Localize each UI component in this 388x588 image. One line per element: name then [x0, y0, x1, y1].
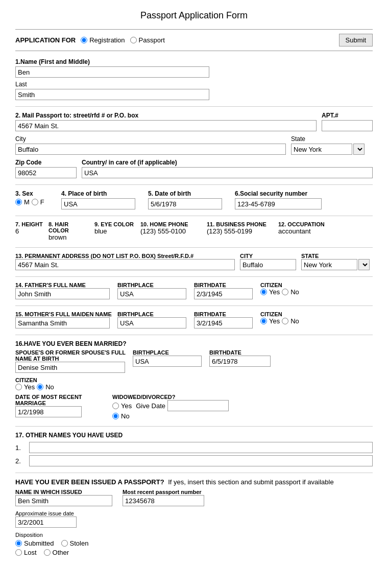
other-names-title: 17. OTHER NAMES YOU HAVE USED	[15, 432, 373, 439]
state-select[interactable]: ▼	[353, 144, 365, 155]
registration-radio[interactable]	[81, 37, 87, 43]
mother-name-input[interactable]	[15, 317, 110, 328]
issued-name-num-row: NAME IN WHICH ISSUED Most recent passpor…	[15, 489, 373, 506]
registration-radio-group: Registration	[81, 36, 125, 44]
state-label: State	[291, 135, 373, 143]
father-citizen-label: CITIZEN	[260, 282, 373, 288]
street-input[interactable]	[15, 120, 317, 131]
city-input[interactable]	[15, 144, 286, 155]
disposition-lost-label: Lost	[24, 549, 37, 556]
father-birthdate-col: BIRTHDATE	[194, 282, 255, 299]
father-citizen-yes-radio[interactable]	[260, 289, 267, 295]
widowed-label: WIDOWED/DIVORCED?	[112, 394, 373, 400]
divider-4	[15, 247, 373, 248]
submit-button[interactable]: Submit	[339, 34, 373, 46]
mother-birthplace-col: BIRTHPLACE	[117, 311, 189, 328]
eye-value: blue	[94, 227, 135, 235]
perm-city-input[interactable]	[240, 259, 296, 270]
disposition-stolen-radio[interactable]	[61, 540, 68, 547]
ssn-input[interactable]	[235, 198, 322, 209]
father-name-input[interactable]	[15, 288, 110, 299]
mother-birthdate-input[interactable]	[194, 317, 253, 328]
disposition-submitted-radio[interactable]	[15, 540, 22, 547]
perm-city-col: CITY	[240, 253, 296, 270]
issue-date-input[interactable]	[15, 516, 77, 528]
disposition-other-radio[interactable]	[44, 549, 51, 556]
disposition-lost-group: Lost Other	[15, 549, 373, 556]
application-for-group: APPLICATION FOR Registration Passport	[15, 36, 165, 44]
zip-input[interactable]	[15, 167, 77, 178]
sex-f-radio[interactable]	[32, 199, 38, 205]
state-input[interactable]	[291, 144, 352, 155]
state-select-wrapper: ▼	[291, 144, 373, 155]
spouse-name-input[interactable]	[15, 362, 125, 373]
divider-6	[15, 305, 373, 306]
mother-birthplace-label: BIRTHPLACE	[117, 311, 189, 317]
father-citizen-no-radio[interactable]	[282, 289, 288, 295]
other-name-2-num: 2.	[15, 457, 21, 465]
mother-birthplace-input[interactable]	[117, 317, 186, 328]
mother-citizen-no-radio[interactable]	[282, 318, 288, 324]
issue-date-section: Approximate issue date	[15, 510, 373, 528]
mother-birthdate-col: BIRTHDATE	[194, 311, 255, 328]
issued-name-col: NAME IN WHICH ISSUED	[15, 489, 117, 506]
other-name-1-input[interactable]	[29, 442, 373, 453]
last-name-input[interactable]	[15, 89, 209, 100]
apt-input[interactable]	[322, 120, 373, 131]
mother-no-label: No	[290, 317, 299, 325]
occupation-value: accountant	[278, 227, 373, 235]
widowed-no-radio[interactable]	[112, 413, 119, 419]
biz-phone-col: 11. BUSINESS PHONE (123) 555-0199	[207, 221, 273, 235]
widowed-no-group: No	[112, 412, 373, 420]
passport-num-input[interactable]	[123, 495, 204, 506]
widowed-yes-label: Yes	[121, 402, 132, 410]
spouse-name-label: SPOUSE'S OR FORMER SPOUSE'S FULL NAME AT…	[15, 349, 128, 362]
father-citizen-radio: Yes No	[260, 288, 373, 296]
section-14: 14. FATHER'S FULL NAME BIRTHPLACE BIRTHD…	[15, 282, 373, 299]
perm-state-col: STATE ▼	[301, 253, 373, 270]
spouse-birthdate-col: BIRTHDATE	[209, 349, 373, 367]
sex-col: 3. Sex M F	[15, 190, 56, 206]
disposition-lost-radio[interactable]	[15, 549, 22, 556]
father-row: 14. FATHER'S FULL NAME BIRTHPLACE BIRTHD…	[15, 282, 373, 299]
country-input[interactable]	[82, 167, 373, 178]
first-name-input[interactable]	[15, 66, 209, 78]
marriage-date-input[interactable]	[15, 406, 82, 417]
perm-state-select[interactable]: ▼	[358, 259, 370, 270]
perm-state-select-wrapper: ▼	[301, 259, 373, 270]
father-birthplace-input[interactable]	[117, 288, 186, 299]
place-input[interactable]	[61, 198, 135, 209]
father-birthdate-input[interactable]	[194, 288, 253, 299]
sex-dob-row: 3. Sex M F 4. Place of birth 5. Date of …	[15, 190, 373, 209]
mother-citizen-yes-radio[interactable]	[260, 318, 267, 324]
street-label: 2. Mail Passport to: street/rfd # or P.O…	[15, 112, 317, 119]
divider-2	[15, 184, 373, 185]
citizen-no-label: No	[45, 383, 54, 391]
married-title: 16.HAVE YOU EVER BEEN MARRIED?	[15, 340, 373, 347]
citizen-yes-radio[interactable]	[15, 384, 22, 390]
dob-input[interactable]	[148, 198, 222, 209]
sex-radio-group: M F	[15, 198, 56, 206]
apt-label: APT.#	[322, 112, 373, 119]
widowed-yes-radio[interactable]	[112, 403, 119, 409]
mother-birthdate-label: BIRTHDATE	[194, 311, 255, 317]
perm-city-label: CITY	[240, 253, 296, 259]
citizen-no-radio[interactable]	[37, 384, 43, 390]
other-name-2-input[interactable]	[29, 455, 373, 466]
hair-col: 8. HAIR COLOR brown	[48, 221, 89, 241]
business-value: (123) 555-0199	[207, 227, 273, 235]
widowed-col: WIDOWED/DIVORCED? Yes Give Date No	[112, 394, 373, 420]
height-col: 7. HEIGHT 6	[15, 221, 43, 235]
place-col: 4. Place of birth	[61, 190, 143, 209]
father-birthplace-label: BIRTHPLACE	[117, 282, 189, 288]
perm-state-input[interactable]	[301, 259, 357, 270]
spouse-birthdate-input[interactable]	[209, 356, 271, 367]
give-date-input[interactable]	[167, 400, 229, 411]
mother-citizen-col: CITIZEN Yes No	[260, 311, 373, 325]
divider-3	[15, 216, 373, 216]
spouse-birthplace-input[interactable]	[133, 356, 202, 367]
sex-m-radio[interactable]	[15, 199, 22, 205]
passport-radio[interactable]	[130, 37, 137, 43]
perm-address-input[interactable]	[15, 259, 235, 270]
issued-name-input[interactable]	[15, 495, 112, 506]
